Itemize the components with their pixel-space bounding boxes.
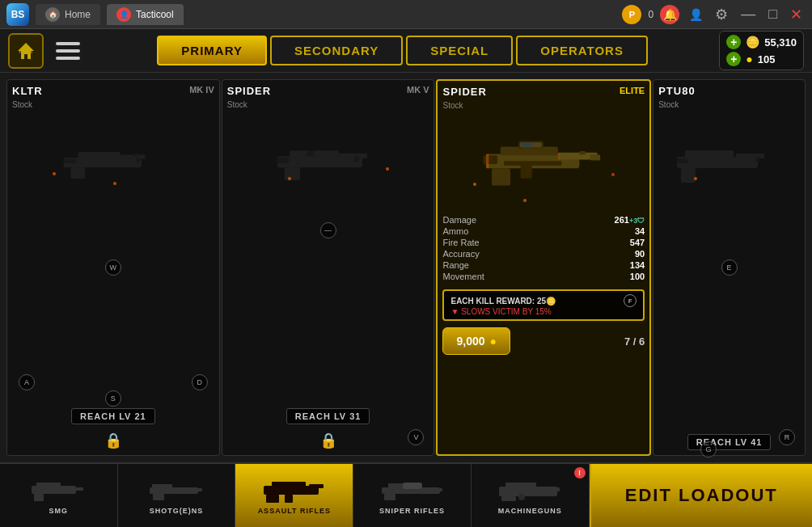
weapon-type-smg[interactable]: SMG [0, 464, 118, 527]
weapon-type-sniper[interactable]: SNIPER RIFLES [353, 464, 472, 527]
svg-rect-26 [521, 162, 532, 179]
weapon-card-kltr[interactable]: KLTR MK IV Stock W [6, 79, 220, 456]
tab-operators[interactable]: OPERATORS [516, 36, 648, 65]
menu-line-1 [56, 42, 80, 45]
mg-img [497, 476, 562, 504]
kltr-header: KLTR MK IV [12, 85, 214, 97]
svg-point-35 [755, 157, 760, 162]
svg-rect-15 [307, 150, 314, 156]
svg-rect-6 [133, 154, 138, 157]
spider-elite-header: SPIDER ELITE [442, 86, 645, 98]
spider-mkv-tier: MK V [407, 85, 429, 95]
spider-mkv-lock: 🔒 [319, 431, 338, 450]
owned-count: 7 / 6 [624, 335, 645, 348]
spider-elite-tier: ELITE [620, 86, 645, 95]
tab-primary[interactable]: PRIMARY [157, 36, 267, 65]
weapon-type-shotguns[interactable]: SHOTG(E)NS [118, 464, 236, 527]
shotgun-silhouette-icon [148, 478, 205, 502]
silver-amount: 55,310 [764, 36, 797, 48]
svg-rect-51 [384, 494, 395, 500]
key-g: G [700, 441, 717, 457]
svg-rect-3 [78, 152, 121, 158]
add-gold-btn[interactable]: + [726, 52, 741, 66]
spider-mkv-image [227, 114, 429, 211]
svg-rect-32 [681, 168, 696, 183]
stat-movement-value: 100 [630, 272, 645, 281]
svg-rect-45 [272, 482, 306, 488]
tab-special[interactable]: SPECIAL [406, 36, 513, 65]
spider-mkv-reach: REACH LV 31 [286, 408, 370, 424]
key-r: R [779, 429, 795, 445]
stat-movement: Movement 100 [442, 272, 645, 281]
account-btn[interactable]: 👤 [686, 5, 705, 24]
weapon-card-spider-mkv[interactable]: SPIDER MK V Stock — REACH LV 31 [222, 79, 435, 456]
home-tab[interactable]: 🏠 Home [36, 4, 100, 25]
currency-panel: + 🪙 55,310 + ● 105 [719, 31, 804, 70]
svg-rect-22 [492, 168, 510, 185]
weapon-type-assault-rifles[interactable]: ASSAULT RIFLES [235, 464, 353, 527]
svg-rect-57 [550, 487, 560, 491]
svg-rect-38 [34, 494, 44, 501]
home-button[interactable]: HUB [8, 33, 44, 69]
weapon-type-machineguns[interactable]: ! MACHINEGUNS [472, 464, 590, 527]
weapon-card-spider-elite[interactable]: SPIDER ELITE Stock [436, 79, 651, 456]
coin-count: 0 [648, 9, 653, 20]
maximize-btn[interactable]: □ [765, 4, 780, 24]
menu-button[interactable] [50, 33, 86, 69]
svg-rect-12 [339, 154, 367, 158]
key-d: D [192, 374, 208, 390]
stat-ammo: Ammo 34 [442, 226, 645, 236]
game-tab[interactable]: 👤 Tacticool [107, 4, 184, 25]
key-e: E [721, 259, 738, 276]
key-minus: — [320, 222, 336, 238]
svg-point-8 [136, 158, 140, 162]
top-nav: HUB PRIMARY SECONDARY SPECIAL OPERATORS … [0, 29, 812, 73]
svg-rect-31 [685, 150, 734, 158]
weapon-card-ptu80[interactable]: PTU80 Stock E REACH LV 41 R [653, 79, 806, 456]
machinegun-alert: ! [574, 467, 586, 479]
coin-p-icon: P [622, 5, 641, 24]
tab-secondary[interactable]: SECONDARY [270, 36, 403, 65]
svg-rect-39 [70, 487, 83, 491]
gold-amount: 105 [758, 53, 776, 65]
edit-loadout-button[interactable]: EDIT LOADOUT [590, 464, 812, 527]
svg-rect-7 [64, 159, 77, 163]
svg-rect-33 [736, 154, 764, 158]
stat-accuracy-label: Accuracy [442, 249, 479, 259]
minimize-btn[interactable]: — [738, 4, 759, 24]
svg-rect-25 [590, 154, 600, 160]
bluestacks-logo: BS [6, 3, 29, 26]
spider-mkv-header: SPIDER MK V [227, 85, 429, 97]
silver-coin-icon: 🪙 [746, 36, 759, 48]
buy-button[interactable]: 9,000 ● [442, 327, 510, 355]
sniper-img [380, 476, 445, 504]
svg-rect-52 [433, 488, 442, 491]
stat-firerate-label: Fire Rate [442, 238, 479, 247]
svg-text:HUB: HUB [19, 48, 33, 55]
svg-rect-50 [388, 483, 404, 488]
bottom-bar: SMG SHOTG(E)NS [0, 462, 812, 527]
svg-point-14 [353, 156, 359, 162]
menu-line-3 [56, 57, 80, 60]
menu-line-2 [56, 49, 80, 53]
stat-firerate-value: 547 [630, 238, 645, 247]
add-silver-btn[interactable]: + [726, 35, 741, 49]
svg-rect-4 [70, 167, 85, 179]
ptu80-image [658, 114, 800, 211]
buy-panel: 9,000 ● 7 / 6 [442, 327, 645, 355]
spider-elite-name: SPIDER [442, 86, 486, 98]
settings-icon[interactable]: ⚙ [712, 4, 731, 25]
ar-silhouette-icon [262, 476, 327, 504]
close-btn[interactable]: ✕ [787, 4, 806, 25]
stat-ammo-value: 34 [635, 226, 645, 236]
silver-currency-row: + 🪙 55,310 [726, 35, 797, 49]
spider-elite-image [442, 115, 645, 212]
game-tab-label: Tacticool [136, 9, 174, 20]
notification-btn[interactable]: 🔔 [660, 5, 679, 24]
kltr-name: KLTR [12, 85, 43, 97]
gold-coin-icon: ● [746, 53, 752, 65]
svg-point-58 [518, 494, 525, 500]
svg-rect-47 [309, 484, 324, 488]
svg-rect-56 [501, 496, 516, 501]
svg-rect-55 [505, 483, 536, 489]
